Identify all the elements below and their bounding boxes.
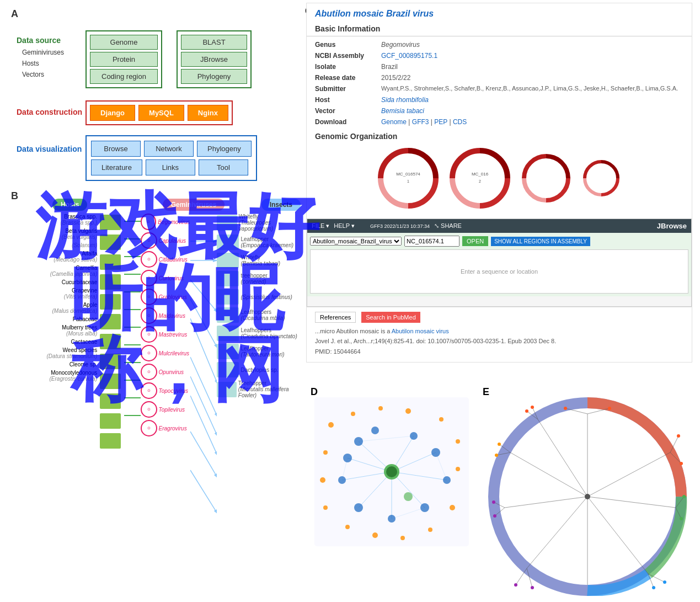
literature-box[interactable]: Literature <box>91 159 142 175</box>
field-download-value[interactable]: Genome | GFF3 | PEP | CDS <box>373 116 692 127</box>
field-ncbi-value[interactable]: GCF_000895175.1 <box>373 50 692 61</box>
genome-circle-3 <box>519 151 574 206</box>
svg-point-107 <box>493 514 496 518</box>
links-box[interactable]: Links <box>146 159 195 175</box>
tool-box[interactable]: Tool <box>199 159 248 175</box>
hosts-header: Hosts <box>52 199 87 211</box>
jbrowse-coords: GFF3 2022/11/23 10:37:34 <box>370 223 430 229</box>
datasource-item-hosts: Hosts <box>17 58 64 69</box>
svg-point-57 <box>323 505 328 510</box>
hosts-column: Brassica spp.(Brassica spp.) Beta vulgar… <box>8 214 100 600</box>
jbrowse-virus-select[interactable]: Abutilon_mosaic_Brazil_virus <box>310 237 402 246</box>
bio-header-row: Hosts Geminiviruses Insects <box>52 199 301 211</box>
gemini-mastre: ⊙ Mastrevirus <box>141 326 190 343</box>
data-source-items: Geminiviruses Hosts Vectors <box>17 47 64 80</box>
svg-point-62 <box>431 448 440 457</box>
insect-treehopper: treehopper(cornered) <box>217 271 301 286</box>
table-row: Submitter Wyant,P.S., Strohmeler,S., Sch… <box>307 83 692 94</box>
jbrowse-share[interactable]: ⤡ SHARE <box>434 222 462 230</box>
jbrowse-show-all-button[interactable]: SHOW ALL REGIONS IN ASSEMBLY <box>491 237 590 246</box>
insect-micrutalis: Treehopper(Micrutalis malleifera Fowler) <box>217 380 301 398</box>
host-cleome: Cleome sp. <box>8 361 100 367</box>
svg-point-96 <box>564 407 567 410</box>
phylogeny-vis-box[interactable]: Phylogeny <box>197 141 252 157</box>
jbrowse-open-button[interactable]: OPEN <box>462 236 488 246</box>
jbrowse-controls[interactable]: Abutilon_mosaic_Brazil_virus OPEN SHOW A… <box>310 236 688 247</box>
svg-line-76 <box>527 497 587 568</box>
svg-point-51 <box>456 467 460 471</box>
svg-point-68 <box>343 454 352 462</box>
gemini-topoc: ⊙ Topocuvirus <box>141 382 190 399</box>
field-host-value[interactable]: Sida rhombifolia <box>373 94 692 105</box>
lit-item-2: Jovel J. et al., Arch...r;149(4):825-41.… <box>315 337 683 345</box>
jbrowse-toolbar: FILE ▾ HELP ▾ GFF3 2022/11/23 10:37:34 ⤡… <box>307 219 691 233</box>
literature-section: References Search in PubMed ...micro Abu… <box>307 307 692 362</box>
blast-box[interactable]: BLAST <box>181 35 247 50</box>
host-brassica: Brassica spp.(Brassica spp.) <box>8 214 100 226</box>
svg-line-17 <box>190 318 217 385</box>
field-submitter-value: Wyant,P.S., Strohmeler,S., Schafer,B., K… <box>373 83 692 94</box>
jbrowse-content: Abutilon_mosaic_Brazil_virus OPEN SHOW A… <box>307 233 691 296</box>
svg-line-88 <box>516 568 527 585</box>
jbrowse-help-menu[interactable]: HELP ▾ <box>334 222 355 230</box>
django-box[interactable]: Django <box>90 105 135 121</box>
svg-point-66 <box>354 503 363 512</box>
svg-point-47 <box>378 406 383 411</box>
field-submitter-label: Submitter <box>307 83 373 94</box>
svg-text:MC_016574: MC_016574 <box>396 172 420 177</box>
insect-spiss: (Spissistilus festinus) <box>217 289 301 305</box>
svg-point-97 <box>608 407 611 410</box>
datasource-item-geminiviruses: Geminiviruses <box>17 47 64 58</box>
pubmed-button[interactable]: Search in PubMed <box>361 312 420 323</box>
svg-text:MC_016: MC_016 <box>472 172 489 177</box>
svg-point-61 <box>410 432 418 440</box>
host-beta: Beta vulgaris(Beta vulgaris) <box>8 228 100 240</box>
insect-cicadulina-bi: Leafhoppers(Cicadulina bipunctato) <box>217 326 301 341</box>
protein-box[interactable]: Protein <box>90 52 158 67</box>
jbrowse-location-input[interactable] <box>404 236 459 247</box>
svg-point-56 <box>345 525 350 529</box>
green-box-group2: BLAST JBrowse Phylogeny <box>177 30 252 88</box>
genome-circle-1: MC_016574 1 <box>375 145 441 211</box>
gemini-topil: ⊙ Topilevirus <box>141 401 190 418</box>
gemini-column: ⊙ Begomovirus ⊙ Capulavius ⊙ Citladaviru… <box>141 214 190 600</box>
data-construction-label: Data construction <box>17 108 82 116</box>
nginx-box[interactable]: Nginx <box>188 105 228 121</box>
svg-line-79 <box>538 419 587 497</box>
table-row: Download Genome | GFF3 | PEP | CDS <box>307 116 692 127</box>
host-grapevine: Grapevine(Vitis vinifera) <box>8 287 100 300</box>
svg-point-98 <box>677 434 680 438</box>
info-table: Genus Begomovirus NCBI Assembly GCF_0008… <box>307 39 692 127</box>
network-box[interactable]: Network <box>144 141 194 157</box>
coding-region-box[interactable]: Coding region <box>90 69 158 84</box>
svg-point-48 <box>405 408 411 414</box>
genome-box[interactable]: Genome <box>90 35 158 50</box>
svg-point-99 <box>680 462 683 465</box>
mysql-box[interactable]: MySQL <box>138 105 184 121</box>
phylogeny-box[interactable]: Phylogeny <box>181 69 247 84</box>
blue-row1: Browse Network Phylogeny <box>91 141 252 157</box>
references-button[interactable]: References <box>315 312 356 323</box>
insect-tautoneura: Leafhopper(Tautoneura mori) <box>217 344 301 359</box>
svg-line-73 <box>587 497 676 508</box>
network-center-inner <box>386 466 397 477</box>
jbrowse-file-menu[interactable]: FILE ▾ <box>312 222 329 230</box>
field-vector-value[interactable]: Bemisia tabaci <box>373 105 692 116</box>
table-row: NCBI Assembly GCF_000895175.1 <box>307 50 692 61</box>
gemini-malda: ⊙ Maldavirus <box>141 307 190 324</box>
phylo-svg <box>483 397 692 596</box>
browse-box[interactable]: Browse <box>91 141 141 157</box>
jbrowse-box[interactable]: JBrowse <box>181 52 247 67</box>
host-solanum: (Solanum) <box>8 242 100 248</box>
svg-point-54 <box>400 536 405 540</box>
gemini-citla: ⊙ Citladavirus <box>141 251 190 268</box>
insects-header: Insects <box>261 199 301 211</box>
svg-point-108 <box>498 443 501 446</box>
host-mulberry: Mulberry trees(Morus alba) <box>8 324 100 337</box>
svg-line-78 <box>510 452 587 497</box>
insect-whitefly2: Whitefly(Bemisia tabaci) <box>217 253 301 268</box>
green-box-group1: Genome Protein Coding region <box>86 30 162 88</box>
svg-point-65 <box>388 515 396 523</box>
field-vector-label: Vector <box>307 105 373 116</box>
lit-item-pmid: PMID: 15044664 <box>315 348 683 356</box>
